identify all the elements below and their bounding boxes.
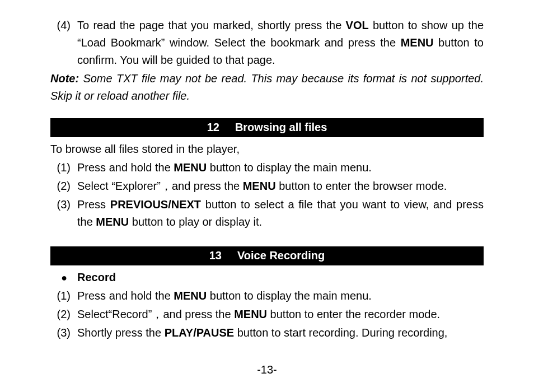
list-text: Press PREVIOUS/NEXT button to select a f… — [77, 196, 484, 231]
text: Select “Explorer”，and press the — [77, 180, 243, 192]
bold-menu: MENU — [243, 180, 276, 192]
list-text: Press and hold the MENU button to displa… — [77, 159, 484, 176]
sec13-item-1: (1) Press and hold the MENU button to di… — [50, 287, 484, 305]
bullet-icon: ● — [50, 270, 77, 286]
list-number: (3) — [50, 196, 77, 213]
note-body: Some TXT file may not be read. This may … — [50, 72, 484, 102]
section-title: Browsing all files — [235, 121, 327, 133]
list-number: (4) — [50, 17, 77, 34]
sec12-item-1: (1) Press and hold the MENU button to di… — [50, 159, 484, 176]
page-number: -13- — [0, 361, 534, 379]
sec12-item-2: (2) Select “Explorer”，and press the MENU… — [50, 178, 484, 195]
bold-playpause: PLAY/PAUSE — [165, 326, 234, 339]
text: To read the page that you marked, shortl… — [77, 19, 346, 31]
text: button to play or display it. — [129, 216, 262, 228]
list-number: (1) — [50, 287, 77, 305]
list-number: (1) — [50, 159, 77, 176]
section-header-12: 12Browsing all files — [50, 118, 484, 137]
text: Shortly press the — [77, 326, 165, 339]
bold-menu: MENU — [96, 216, 129, 228]
text: button to display the main menu. — [207, 161, 372, 174]
bullet-record: ● Record — [50, 269, 484, 286]
list-text: To read the page that you marked, shortl… — [77, 17, 484, 69]
bullet-label: Record — [77, 269, 116, 286]
text: button to display the main menu. — [207, 290, 372, 302]
text: Select“Record”，and press the — [77, 308, 234, 320]
list-text: Shortly press the PLAY/PAUSE button to s… — [77, 324, 484, 342]
text: Press — [77, 198, 110, 211]
text: Press and hold the — [77, 290, 174, 302]
section-number: 12 — [207, 121, 219, 133]
section-header-13: 13Voice Recording — [50, 246, 484, 265]
list-text: Select “Explorer”，and press the MENU but… — [77, 178, 484, 195]
sec12-item-3: (3) Press PREVIOUS/NEXT button to select… — [50, 196, 484, 231]
list-text: Press and hold the MENU button to displa… — [77, 287, 484, 305]
list-item-4: (4) To read the page that you marked, sh… — [50, 17, 484, 69]
sec13-item-3: (3) Shortly press the PLAY/PAUSE button … — [50, 324, 484, 342]
list-number: (3) — [50, 324, 77, 342]
bold-vol: VOL — [346, 19, 369, 31]
section-number: 13 — [209, 249, 222, 262]
bold-menu: MENU — [234, 308, 267, 320]
bold-menu: MENU — [174, 161, 207, 174]
text: Press and hold the — [77, 161, 174, 174]
list-number: (2) — [50, 306, 77, 323]
section-12-intro: To browse all files stored in the player… — [50, 141, 484, 158]
text: button to enter the recorder mode. — [267, 308, 440, 320]
bold-menu: MENU — [401, 36, 434, 49]
section-title: Voice Recording — [237, 249, 325, 262]
sec13-item-2: (2) Select“Record”，and press the MENU bu… — [50, 306, 484, 323]
text: button to start recording. During record… — [234, 326, 447, 339]
text: button to enter the browser mode. — [276, 180, 447, 192]
list-text: Select“Record”，and press the MENU button… — [77, 306, 484, 323]
note-label: Note: — [50, 72, 79, 85]
bold-menu: MENU — [174, 290, 207, 302]
list-number: (2) — [50, 178, 77, 195]
note-paragraph: Note: Some TXT file may not be read. Thi… — [50, 70, 484, 105]
bold-prevnext: PREVIOUS/NEXT — [110, 198, 201, 211]
